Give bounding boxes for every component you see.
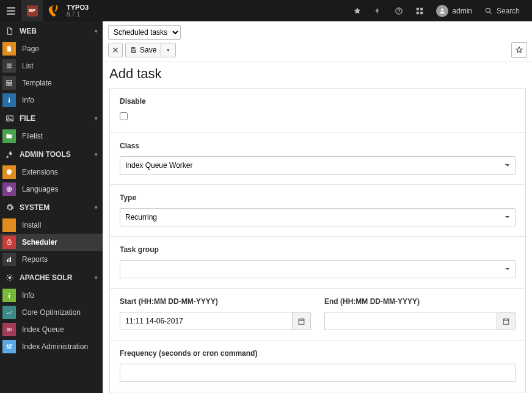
- svg-rect-5: [420, 12, 423, 14]
- group-label: Task group: [120, 245, 516, 254]
- disable-checkbox[interactable]: [120, 112, 128, 120]
- apps-button[interactable]: [409, 0, 430, 21]
- main-area: Scheduled tasks Save ▾ Add task Disable: [103, 21, 532, 393]
- sidebar-item-info[interactable]: Info: [0, 92, 103, 109]
- info-icon: [2, 289, 16, 302]
- svg-rect-17: [9, 258, 10, 262]
- sidebar-item-install[interactable]: Install: [0, 217, 103, 234]
- sidebar-item-filelist[interactable]: Filelist: [0, 128, 103, 145]
- caret-down-icon: ▾: [95, 204, 98, 211]
- svg-rect-8: [7, 83, 9, 85]
- bookmark-button[interactable]: [511, 42, 527, 58]
- class-select[interactable]: Index Queue Worker: [120, 156, 516, 175]
- sidebar-section-web[interactable]: WEB ▾: [0, 21, 103, 40]
- brand: TYPO3 8.7.1: [64, 4, 89, 18]
- extensions-icon: [2, 165, 16, 179]
- start-datepicker-button[interactable]: [293, 312, 311, 330]
- svg-point-19: [9, 276, 12, 279]
- sidebar-section-admin[interactable]: ADMIN TOOLS ▾: [0, 145, 103, 164]
- rocket-icon: [4, 150, 16, 159]
- svg-rect-4: [417, 12, 419, 14]
- caret-down-icon: ▾: [167, 47, 170, 53]
- reports-icon: [2, 253, 16, 266]
- sidebar-section-solr[interactable]: APACHE SOLR ▾: [0, 268, 103, 287]
- svg-rect-2: [417, 7, 419, 10]
- class-label: Class: [120, 142, 516, 150]
- sidebar-item-core-opt[interactable]: Core Optimization: [0, 304, 103, 321]
- start-label: Start (HH:MM DD-MM-YYYY): [120, 297, 311, 306]
- start-input[interactable]: [120, 312, 293, 330]
- bp-icon: BP: [27, 5, 38, 16]
- svg-point-20: [9, 293, 10, 294]
- svg-rect-26: [133, 51, 135, 52]
- close-button[interactable]: [108, 43, 123, 57]
- module-menu-toggle[interactable]: [0, 0, 21, 21]
- site-switch[interactable]: BP: [21, 0, 43, 21]
- sidebar-item-list[interactable]: List: [0, 57, 103, 74]
- sidebar-item-index-admin[interactable]: Index Administration: [0, 338, 103, 355]
- group-select[interactable]: [120, 260, 516, 278]
- topbar: BP TYPO3 8.7.1 admin Search: [0, 0, 532, 21]
- svg-point-10: [9, 98, 10, 99]
- svg-point-1: [399, 12, 399, 13]
- caret-down-icon: ▾: [95, 275, 98, 281]
- svg-rect-25: [133, 48, 134, 49]
- func-menu-select[interactable]: Scheduled tasks: [108, 25, 181, 40]
- page-title: Add task: [109, 66, 526, 82]
- bookmarks-button[interactable]: [347, 0, 368, 21]
- end-datepicker-button[interactable]: [497, 312, 516, 330]
- sidebar-item-scheduler[interactable]: Scheduler: [0, 234, 103, 251]
- sidebar-item-index-queue[interactable]: Index Queue: [0, 321, 103, 338]
- docheader-top: Scheduled tasks: [103, 21, 532, 42]
- sidebar-item-languages[interactable]: Languages: [0, 181, 103, 198]
- svg-point-6: [486, 8, 490, 12]
- search-label: Search: [497, 7, 520, 15]
- sliders-icon: [2, 340, 16, 353]
- svg-rect-11: [9, 99, 10, 103]
- install-icon: [2, 218, 16, 232]
- image-icon: [4, 114, 16, 123]
- cache-button[interactable]: [368, 0, 388, 21]
- languages-icon: [2, 182, 16, 196]
- list-icon: [2, 59, 16, 73]
- sidebar-item-reports[interactable]: Reports: [0, 251, 103, 268]
- help-button[interactable]: [388, 0, 409, 21]
- sidebar-item-extensions[interactable]: Extensions: [0, 164, 103, 181]
- sidebar-item-template[interactable]: Template: [0, 74, 103, 92]
- svg-rect-16: [7, 259, 9, 262]
- svg-rect-9: [10, 83, 12, 85]
- sidebar-section-file[interactable]: FILE ▾: [0, 109, 103, 128]
- module-sidebar: WEB ▾ Page List Template Info FILE ▾ Fil…: [0, 21, 103, 393]
- brand-name: TYPO3: [67, 4, 89, 11]
- save-dropdown[interactable]: ▾: [161, 43, 176, 57]
- svg-rect-7: [7, 81, 12, 82]
- caret-down-icon: ▾: [95, 115, 98, 121]
- brand-version: 8.7.1: [67, 11, 89, 18]
- svg-point-24: [10, 345, 12, 346]
- type-label: Type: [120, 193, 516, 202]
- page-icon: [2, 42, 16, 56]
- queue-icon: [2, 323, 16, 336]
- disable-label: Disable: [120, 97, 516, 106]
- freq-input[interactable]: [120, 364, 516, 382]
- end-label: End (HH:MM DD-MM-YYYY): [324, 297, 516, 306]
- sidebar-item-solr-info[interactable]: Info: [0, 287, 103, 304]
- scheduler-icon: [2, 236, 16, 249]
- sidebar-item-page[interactable]: Page: [0, 40, 103, 57]
- sidebar-section-system[interactable]: SYSTEM ▾: [0, 198, 103, 217]
- svg-rect-28: [503, 319, 509, 324]
- user-menu[interactable]: admin: [430, 5, 478, 17]
- avatar-icon: [436, 5, 448, 17]
- svg-rect-3: [420, 7, 423, 10]
- svg-rect-18: [10, 257, 12, 262]
- svg-point-23: [9, 347, 10, 348]
- docheader-toolbar: Save ▾: [103, 42, 532, 62]
- type-select[interactable]: Recurring: [120, 208, 516, 226]
- svg-rect-27: [299, 319, 304, 324]
- end-input[interactable]: [324, 312, 497, 330]
- search-button[interactable]: Search: [478, 7, 532, 15]
- caret-down-icon: ▾: [95, 28, 98, 34]
- form-panel: Disable Class Index Queue Worker Type Re…: [109, 88, 526, 393]
- file-icon: [4, 27, 16, 35]
- save-button[interactable]: Save: [125, 43, 161, 57]
